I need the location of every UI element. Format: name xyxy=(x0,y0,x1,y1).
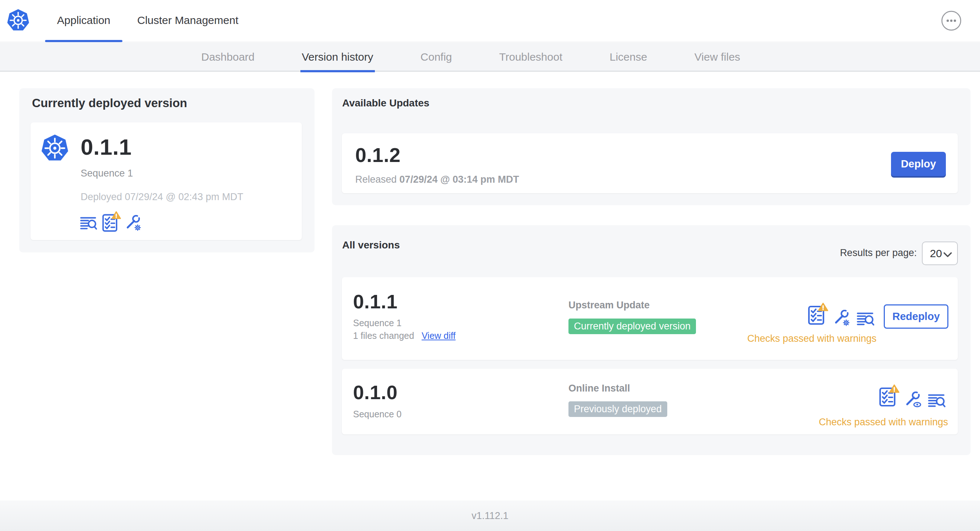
results-per-page-select[interactable]: 20 xyxy=(922,242,958,265)
all-versions-title: All versions xyxy=(342,239,400,251)
kubernetes-app-icon xyxy=(41,134,69,162)
currently-deployed-title: Currently deployed version xyxy=(32,96,187,110)
redeploy-button[interactable]: Redeploy xyxy=(884,304,948,329)
edit-config-icon[interactable] xyxy=(126,215,143,232)
subnav-tab-license[interactable]: License xyxy=(609,43,647,72)
row-source-label: Upstream Update xyxy=(568,300,650,311)
preflight-checks-warning-icon[interactable] xyxy=(102,211,121,232)
page-footer: v1.112.1 xyxy=(0,501,980,531)
version-row: 0.1.0 Sequence 0 Online Install Previous… xyxy=(342,369,958,434)
view-logs-icon[interactable] xyxy=(80,216,97,231)
row-version-number: 0.1.1 xyxy=(353,290,398,313)
subnav-tab-view-files[interactable]: View files xyxy=(695,43,740,72)
chevron-down-icon xyxy=(943,252,952,258)
currently-deployed-badge: Currently deployed version xyxy=(568,318,696,334)
app-subnav: Dashboard Version history Config Trouble… xyxy=(0,43,980,72)
app-logo-kubernetes-icon xyxy=(6,9,30,32)
admin-console-page: Application Cluster Management Dashboard… xyxy=(0,0,980,531)
available-updates-card: Available Updates 0.1.2 Released 07/29/2… xyxy=(332,88,970,205)
console-version-label: v1.112.1 xyxy=(471,510,509,521)
all-versions-card: All versions Results per page: 20 0.1.1 … xyxy=(332,225,970,455)
version-row: 0.1.1 Sequence 1 1 files changed View di… xyxy=(342,277,958,360)
top-navbar: Application Cluster Management xyxy=(0,0,980,42)
preflight-status-text: Checks passed with warnings xyxy=(819,417,948,428)
view-diff-link[interactable]: View diff xyxy=(422,331,456,341)
results-per-page-label: Results per page: xyxy=(840,247,917,259)
results-per-page-value: 20 xyxy=(930,247,942,260)
released-prefix: Released xyxy=(355,174,397,185)
view-config-icon[interactable] xyxy=(905,391,923,409)
deployed-sequence-label: Sequence 1 xyxy=(81,168,133,179)
currently-deployed-card: Currently deployed version 0.1.1 Sequenc… xyxy=(19,88,315,253)
row-version-number: 0.1.0 xyxy=(353,381,398,404)
row-source-label: Online Install xyxy=(568,383,630,394)
files-changed-label: 1 files changed xyxy=(353,331,414,341)
row-files-changed: 1 files changed View diff xyxy=(353,331,455,341)
deployed-version-panel: 0.1.1 Sequence 1 Deployed 07/29/24 @ 02:… xyxy=(30,122,302,240)
row-sequence-label: Sequence 1 xyxy=(353,318,401,328)
subnav-tab-dashboard[interactable]: Dashboard xyxy=(201,43,255,72)
subnav-tab-version-history[interactable]: Version history xyxy=(302,43,374,72)
view-logs-icon[interactable] xyxy=(928,393,946,409)
released-date: 07/29/24 @ 03:14 pm MDT xyxy=(399,174,519,185)
edit-config-icon[interactable] xyxy=(834,310,851,327)
row-sequence-label: Sequence 0 xyxy=(353,409,401,420)
subnav-tabs: Dashboard Version history Config Trouble… xyxy=(201,43,740,72)
available-updates-title: Available Updates xyxy=(342,97,430,109)
preflight-checks-warning-icon[interactable] xyxy=(879,384,899,407)
preflight-status-text: Checks passed with warnings xyxy=(747,333,877,344)
deployed-timestamp: Deployed 07/29/24 @ 02:43 pm MDT xyxy=(81,191,243,203)
subnav-tab-troubleshoot[interactable]: Troubleshoot xyxy=(499,43,562,72)
subnav-tab-config[interactable]: Config xyxy=(421,43,452,72)
ellipsis-menu-icon[interactable] xyxy=(941,10,962,31)
view-logs-icon[interactable] xyxy=(856,312,875,327)
update-version-number: 0.1.2 xyxy=(355,143,401,167)
preflight-checks-warning-icon[interactable] xyxy=(808,302,828,325)
update-released-timestamp: Released 07/29/24 @ 03:14 pm MDT xyxy=(355,174,519,185)
deployed-version-number: 0.1.1 xyxy=(81,134,132,160)
deployed-version-actions xyxy=(80,211,143,232)
tab-cluster-management[interactable]: Cluster Management xyxy=(125,0,250,42)
top-tabs: Application Cluster Management xyxy=(45,0,253,42)
deploy-button[interactable]: Deploy xyxy=(891,152,946,176)
update-row: 0.1.2 Released 07/29/24 @ 03:14 pm MDT D… xyxy=(342,133,958,193)
tab-application[interactable]: Application xyxy=(45,0,123,42)
previously-deployed-badge: Previously deployed xyxy=(568,401,667,417)
